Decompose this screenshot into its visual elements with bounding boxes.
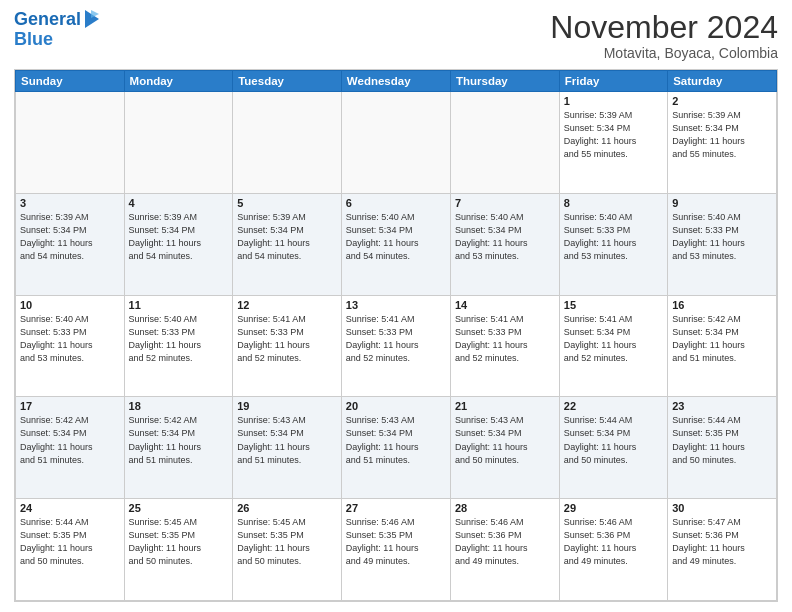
day-info: Sunrise: 5:42 AM Sunset: 5:34 PM Dayligh… [129, 414, 229, 466]
day-number: 7 [455, 197, 555, 209]
day-info: Sunrise: 5:46 AM Sunset: 5:36 PM Dayligh… [564, 516, 663, 568]
day-info: Sunrise: 5:41 AM Sunset: 5:33 PM Dayligh… [346, 313, 446, 365]
day-cell [16, 92, 125, 194]
day-cell: 25Sunrise: 5:45 AM Sunset: 5:35 PM Dayli… [124, 499, 233, 601]
day-info: Sunrise: 5:40 AM Sunset: 5:33 PM Dayligh… [20, 313, 120, 365]
day-cell: 5Sunrise: 5:39 AM Sunset: 5:34 PM Daylig… [233, 193, 342, 295]
day-header-tuesday: Tuesday [233, 71, 342, 92]
day-number: 15 [564, 299, 663, 311]
day-cell: 23Sunrise: 5:44 AM Sunset: 5:35 PM Dayli… [668, 397, 777, 499]
day-cell: 3Sunrise: 5:39 AM Sunset: 5:34 PM Daylig… [16, 193, 125, 295]
page: General Blue November 2024 Motavita, Boy… [0, 0, 792, 612]
week-row-4: 17Sunrise: 5:42 AM Sunset: 5:34 PM Dayli… [16, 397, 777, 499]
day-cell: 2Sunrise: 5:39 AM Sunset: 5:34 PM Daylig… [668, 92, 777, 194]
day-cell: 30Sunrise: 5:47 AM Sunset: 5:36 PM Dayli… [668, 499, 777, 601]
day-cell: 18Sunrise: 5:42 AM Sunset: 5:34 PM Dayli… [124, 397, 233, 499]
day-number: 2 [672, 95, 772, 107]
week-row-1: 1Sunrise: 5:39 AM Sunset: 5:34 PM Daylig… [16, 92, 777, 194]
logo-icon [83, 8, 101, 30]
calendar-header: SundayMondayTuesdayWednesdayThursdayFrid… [16, 71, 777, 92]
day-header-thursday: Thursday [450, 71, 559, 92]
day-info: Sunrise: 5:40 AM Sunset: 5:33 PM Dayligh… [129, 313, 229, 365]
day-number: 25 [129, 502, 229, 514]
day-number: 29 [564, 502, 663, 514]
day-info: Sunrise: 5:47 AM Sunset: 5:36 PM Dayligh… [672, 516, 772, 568]
week-row-3: 10Sunrise: 5:40 AM Sunset: 5:33 PM Dayli… [16, 295, 777, 397]
logo: General Blue [14, 10, 101, 50]
day-header-monday: Monday [124, 71, 233, 92]
calendar-table: SundayMondayTuesdayWednesdayThursdayFrid… [15, 70, 777, 601]
day-cell [233, 92, 342, 194]
day-number: 9 [672, 197, 772, 209]
day-cell: 26Sunrise: 5:45 AM Sunset: 5:35 PM Dayli… [233, 499, 342, 601]
logo-text: General [14, 10, 81, 30]
day-info: Sunrise: 5:41 AM Sunset: 5:33 PM Dayligh… [455, 313, 555, 365]
day-info: Sunrise: 5:45 AM Sunset: 5:35 PM Dayligh… [237, 516, 337, 568]
day-number: 13 [346, 299, 446, 311]
day-number: 4 [129, 197, 229, 209]
day-number: 12 [237, 299, 337, 311]
day-info: Sunrise: 5:44 AM Sunset: 5:34 PM Dayligh… [564, 414, 663, 466]
week-row-2: 3Sunrise: 5:39 AM Sunset: 5:34 PM Daylig… [16, 193, 777, 295]
day-info: Sunrise: 5:39 AM Sunset: 5:34 PM Dayligh… [129, 211, 229, 263]
day-cell: 16Sunrise: 5:42 AM Sunset: 5:34 PM Dayli… [668, 295, 777, 397]
day-info: Sunrise: 5:43 AM Sunset: 5:34 PM Dayligh… [237, 414, 337, 466]
day-info: Sunrise: 5:44 AM Sunset: 5:35 PM Dayligh… [672, 414, 772, 466]
day-number: 1 [564, 95, 663, 107]
day-cell: 24Sunrise: 5:44 AM Sunset: 5:35 PM Dayli… [16, 499, 125, 601]
calendar-body: 1Sunrise: 5:39 AM Sunset: 5:34 PM Daylig… [16, 92, 777, 601]
day-cell: 11Sunrise: 5:40 AM Sunset: 5:33 PM Dayli… [124, 295, 233, 397]
day-header-wednesday: Wednesday [341, 71, 450, 92]
day-cell [341, 92, 450, 194]
day-info: Sunrise: 5:40 AM Sunset: 5:33 PM Dayligh… [672, 211, 772, 263]
header: General Blue November 2024 Motavita, Boy… [14, 10, 778, 61]
day-cell [450, 92, 559, 194]
day-cell: 20Sunrise: 5:43 AM Sunset: 5:34 PM Dayli… [341, 397, 450, 499]
day-cell: 17Sunrise: 5:42 AM Sunset: 5:34 PM Dayli… [16, 397, 125, 499]
week-row-5: 24Sunrise: 5:44 AM Sunset: 5:35 PM Dayli… [16, 499, 777, 601]
day-number: 3 [20, 197, 120, 209]
day-number: 22 [564, 400, 663, 412]
day-number: 23 [672, 400, 772, 412]
title-block: November 2024 Motavita, Boyaca, Colombia [550, 10, 778, 61]
day-number: 28 [455, 502, 555, 514]
day-cell: 22Sunrise: 5:44 AM Sunset: 5:34 PM Dayli… [559, 397, 667, 499]
day-info: Sunrise: 5:39 AM Sunset: 5:34 PM Dayligh… [237, 211, 337, 263]
day-number: 19 [237, 400, 337, 412]
day-cell: 14Sunrise: 5:41 AM Sunset: 5:33 PM Dayli… [450, 295, 559, 397]
location: Motavita, Boyaca, Colombia [550, 45, 778, 61]
day-info: Sunrise: 5:39 AM Sunset: 5:34 PM Dayligh… [672, 109, 772, 161]
day-cell: 27Sunrise: 5:46 AM Sunset: 5:35 PM Dayli… [341, 499, 450, 601]
day-number: 21 [455, 400, 555, 412]
day-number: 17 [20, 400, 120, 412]
day-number: 18 [129, 400, 229, 412]
day-cell: 15Sunrise: 5:41 AM Sunset: 5:34 PM Dayli… [559, 295, 667, 397]
day-info: Sunrise: 5:41 AM Sunset: 5:34 PM Dayligh… [564, 313, 663, 365]
day-number: 14 [455, 299, 555, 311]
day-info: Sunrise: 5:39 AM Sunset: 5:34 PM Dayligh… [564, 109, 663, 161]
day-cell: 28Sunrise: 5:46 AM Sunset: 5:36 PM Dayli… [450, 499, 559, 601]
day-number: 27 [346, 502, 446, 514]
day-number: 20 [346, 400, 446, 412]
day-info: Sunrise: 5:42 AM Sunset: 5:34 PM Dayligh… [20, 414, 120, 466]
day-info: Sunrise: 5:40 AM Sunset: 5:34 PM Dayligh… [346, 211, 446, 263]
day-cell: 6Sunrise: 5:40 AM Sunset: 5:34 PM Daylig… [341, 193, 450, 295]
day-cell: 19Sunrise: 5:43 AM Sunset: 5:34 PM Dayli… [233, 397, 342, 499]
month-title: November 2024 [550, 10, 778, 45]
day-number: 11 [129, 299, 229, 311]
day-cell: 1Sunrise: 5:39 AM Sunset: 5:34 PM Daylig… [559, 92, 667, 194]
day-cell: 7Sunrise: 5:40 AM Sunset: 5:34 PM Daylig… [450, 193, 559, 295]
day-info: Sunrise: 5:40 AM Sunset: 5:33 PM Dayligh… [564, 211, 663, 263]
day-info: Sunrise: 5:42 AM Sunset: 5:34 PM Dayligh… [672, 313, 772, 365]
day-cell: 13Sunrise: 5:41 AM Sunset: 5:33 PM Dayli… [341, 295, 450, 397]
day-number: 16 [672, 299, 772, 311]
day-cell: 8Sunrise: 5:40 AM Sunset: 5:33 PM Daylig… [559, 193, 667, 295]
day-info: Sunrise: 5:39 AM Sunset: 5:34 PM Dayligh… [20, 211, 120, 263]
day-header-friday: Friday [559, 71, 667, 92]
day-info: Sunrise: 5:40 AM Sunset: 5:34 PM Dayligh… [455, 211, 555, 263]
day-info: Sunrise: 5:43 AM Sunset: 5:34 PM Dayligh… [346, 414, 446, 466]
day-number: 8 [564, 197, 663, 209]
day-header-saturday: Saturday [668, 71, 777, 92]
day-info: Sunrise: 5:46 AM Sunset: 5:35 PM Dayligh… [346, 516, 446, 568]
header-row: SundayMondayTuesdayWednesdayThursdayFrid… [16, 71, 777, 92]
